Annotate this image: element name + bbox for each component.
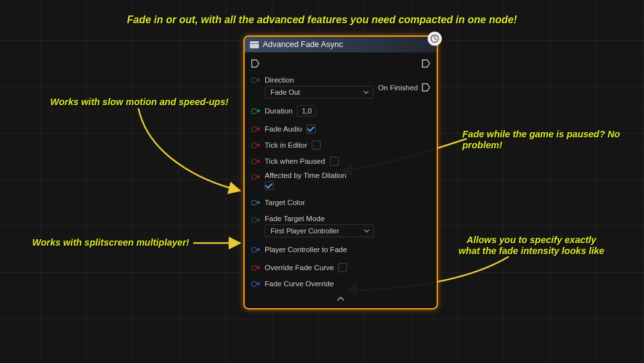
duration-input[interactable]: 1,0	[297, 105, 316, 117]
fade-target-mode-dropdown[interactable]: First Player Controller	[265, 224, 374, 237]
node-title: Advanced Fade Async	[263, 40, 343, 49]
curve-override-pin[interactable]	[251, 280, 260, 288]
duration-pin[interactable]	[251, 107, 260, 115]
tick-editor-pin[interactable]	[251, 141, 260, 149]
fade-audio-checkbox[interactable]	[307, 124, 316, 133]
annotation-paused: Fade while the game is paused? No proble…	[462, 129, 644, 150]
chevron-down-icon	[364, 229, 370, 233]
node-type-icon	[250, 41, 259, 48]
override-curve-checkbox[interactable]	[338, 263, 347, 272]
direction-label: Direction	[265, 76, 374, 84]
override-curve-label: Override Fade Curve	[265, 264, 334, 271]
time-dilation-checkbox[interactable]	[265, 181, 274, 190]
on-finished-label: On Finished	[378, 84, 418, 92]
tick-editor-checkbox[interactable]	[312, 141, 321, 150]
tick-paused-pin[interactable]	[251, 157, 260, 165]
fade-audio-pin[interactable]	[251, 125, 260, 133]
duration-label: Duration	[265, 107, 292, 115]
node-header[interactable]: Advanced Fade Async	[245, 37, 437, 53]
player-controller-label: Player Controller to Fade	[265, 246, 347, 253]
direction-pin[interactable]	[251, 76, 260, 84]
chevron-down-icon	[363, 90, 369, 94]
node-body: Direction Fade Out On Finished Duration …	[245, 53, 437, 308]
exec-in-pin[interactable]	[251, 59, 260, 68]
curve-override-label: Fade Curve Override	[265, 280, 334, 288]
annotation-intensity: Allows you to specify exactly what the f…	[459, 235, 604, 256]
target-color-label: Target Color	[265, 199, 305, 206]
tick-paused-label: Tick when Paused	[265, 157, 325, 165]
exec-out-pin[interactable]	[422, 59, 430, 68]
fade-target-mode-label: Fade Target Mode	[265, 215, 430, 222]
fade-target-mode-pin[interactable]	[251, 216, 260, 224]
tick-editor-label: Tick in Editor	[265, 141, 307, 149]
fade-audio-label: Fade Audio	[265, 125, 302, 133]
direction-value: Fade Out	[270, 88, 300, 96]
expand-node-caret[interactable]	[251, 294, 430, 306]
annotation-slowmo: Works with slow motion and speed-ups!	[50, 97, 229, 108]
async-badge	[428, 32, 442, 46]
time-dilation-pin[interactable]	[251, 173, 260, 181]
player-controller-pin[interactable]	[251, 246, 260, 253]
time-dilation-label: Affected by Time Dilation	[265, 172, 346, 179]
blueprint-node[interactable]: Advanced Fade Async Direction Fade Out	[243, 35, 438, 309]
annotation-splitscreen: Works with splitscreen multiplayer!	[32, 237, 189, 248]
annotation-main: Fade in or out, with all the advanced fe…	[0, 14, 644, 26]
target-color-pin[interactable]	[251, 199, 260, 206]
fade-target-mode-value: First Player Controller	[270, 227, 339, 235]
tick-paused-checkbox[interactable]	[330, 157, 339, 166]
override-curve-pin[interactable]	[251, 264, 260, 271]
on-finished-exec-pin[interactable]	[422, 83, 430, 92]
direction-dropdown[interactable]: Fade Out	[265, 86, 374, 99]
